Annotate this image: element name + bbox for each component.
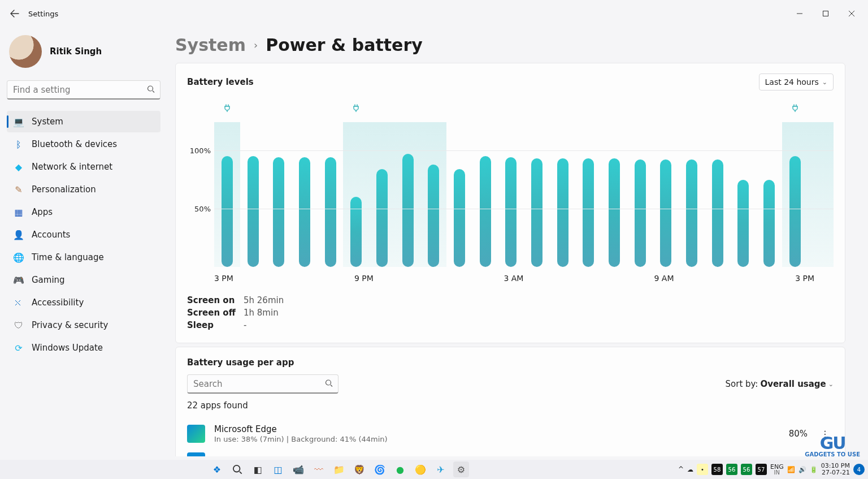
time-range-label: Last 24 hours <box>765 77 819 87</box>
screen-off-label: Screen off <box>187 308 241 318</box>
sidebar-item-gaming[interactable]: 🎮Gaming <box>7 269 160 291</box>
tray-chevron-icon[interactable]: ^ <box>678 465 684 473</box>
teams-icon[interactable]: 📹 <box>290 461 306 477</box>
chart-bar-slot <box>369 122 395 267</box>
app-icon <box>187 425 205 443</box>
close-button[interactable] <box>839 5 865 23</box>
back-button[interactable] <box>3 2 26 25</box>
chart-bar-slot <box>240 122 266 267</box>
main: System › Power & battery Battery levels … <box>167 27 868 456</box>
tray-chip[interactable]: 57 <box>756 464 767 475</box>
chart-bar <box>273 157 284 267</box>
telegram-icon[interactable]: ✈ <box>433 461 449 477</box>
battery-usage-card: Battery usage per app Sort by: Overall u… <box>175 347 845 456</box>
close-icon <box>848 10 855 17</box>
volume-icon[interactable]: 🔊 <box>798 466 806 473</box>
sort-dropdown[interactable]: Sort by: Overall usage ⌄ <box>726 379 834 389</box>
chart-bar-slot <box>318 122 344 267</box>
battery-levels-card: Battery levels Last 24 hours ⌄ 100%50% 3… <box>175 63 845 343</box>
breadcrumb-parent[interactable]: System <box>175 35 246 55</box>
settings-icon[interactable]: ⚙ <box>453 461 469 477</box>
app-list: Microsoft Edge In use: 38% (7min) | Back… <box>187 420 834 456</box>
plug-icon <box>792 104 798 114</box>
sleep-value: - <box>244 320 834 330</box>
nav-icon: ▦ <box>14 207 24 217</box>
spotify-icon[interactable]: ● <box>392 461 408 477</box>
plug-icon <box>224 104 231 114</box>
system-tray: ^ ☁ • 58 56 56 57 ENG IN 📶 🔊 🔋 03:10 PM … <box>678 463 868 476</box>
sidebar-item-personalization[interactable]: ✎Personalization <box>7 179 160 200</box>
chevron-right-icon: › <box>254 39 258 51</box>
sidebar-item-label: Windows Update <box>32 343 103 353</box>
sidebar-nav: 💻SystemᛒBluetooth & devices◆Network & in… <box>7 111 160 359</box>
sidebar-item-privacy-security[interactable]: 🛡Privacy & security <box>7 314 160 336</box>
notification-badge[interactable]: 4 <box>853 464 865 475</box>
minimize-icon <box>796 10 803 17</box>
chart-bar <box>222 156 233 267</box>
chart-bar <box>480 156 491 267</box>
sidebar-item-time-language[interactable]: 🌐Time & language <box>7 247 160 268</box>
user-row[interactable]: Ritik Singh <box>7 32 160 78</box>
app-icon[interactable]: 〰 <box>311 461 327 477</box>
sidebar-item-apps[interactable]: ▦Apps <box>7 201 160 223</box>
sidebar-item-windows-update[interactable]: ⟳Windows Update <box>7 337 160 359</box>
x-tick: 9 PM <box>354 274 374 283</box>
explorer-icon[interactable]: 📁 <box>331 461 347 477</box>
time-range-dropdown[interactable]: Last 24 hours ⌄ <box>759 74 834 90</box>
sidebar-item-network-internet[interactable]: ◆Network & internet <box>7 156 160 178</box>
language-indicator[interactable]: ENG IN <box>770 464 784 476</box>
onedrive-icon[interactable]: ☁ <box>687 466 693 473</box>
battery-icon[interactable]: 🔋 <box>810 466 818 473</box>
sidebar-item-accessibility[interactable]: ⛌Accessibility <box>7 292 160 313</box>
chrome-icon[interactable]: 🟡 <box>413 461 428 477</box>
chart-bar-slot <box>498 122 524 267</box>
app-row[interactable]: Microsoft Edge In use: 38% (7min) | Back… <box>187 420 834 448</box>
chart-bar <box>350 197 362 267</box>
sidebar-search-input[interactable] <box>7 80 160 100</box>
titlebar: Settings <box>0 0 868 27</box>
chart-y-axis: 100%50% <box>187 122 214 267</box>
sidebar-item-label: Network & internet <box>32 162 112 172</box>
start-button[interactable]: ❖ <box>209 461 225 477</box>
sidebar-item-label: Time & language <box>32 252 104 262</box>
chart-bar <box>299 157 310 267</box>
chart-bar <box>505 157 517 267</box>
chart-bar-slot <box>730 122 756 267</box>
sidebar-item-system[interactable]: 💻System <box>7 111 160 132</box>
taskbar-search-icon[interactable] <box>229 461 245 477</box>
chart-bar-slot <box>214 122 240 267</box>
edge-icon[interactable]: 🌀 <box>372 461 388 477</box>
sidebar-item-bluetooth-devices[interactable]: ᛒBluetooth & devices <box>7 133 160 155</box>
tray-chip[interactable]: 56 <box>726 464 737 475</box>
tray-chip[interactable]: • <box>697 464 708 475</box>
usage-search-input[interactable] <box>187 374 338 394</box>
widgets-icon[interactable]: ◫ <box>270 461 286 477</box>
tray-chip[interactable]: 56 <box>741 464 752 475</box>
screen-on-label: Screen on <box>187 295 241 305</box>
chevron-down-icon: ⌄ <box>822 79 827 86</box>
wifi-icon[interactable]: 📶 <box>787 466 795 473</box>
y-tick: 50% <box>194 205 211 213</box>
arrow-left-icon <box>10 9 19 18</box>
apps-found: 22 apps found <box>187 400 834 411</box>
sidebar-item-label: Accounts <box>32 230 70 240</box>
app-row[interactable]: System ⋮ <box>187 448 834 456</box>
sidebar-item-label: Personalization <box>32 184 96 195</box>
chart-bar <box>660 159 671 267</box>
sidebar-item-accounts[interactable]: 👤Accounts <box>7 224 160 245</box>
y-tick: 100% <box>190 146 211 155</box>
nav-icon: ⛌ <box>14 297 24 308</box>
usage-search <box>187 374 338 394</box>
chart-bar-slot <box>420 122 446 267</box>
brave-icon[interactable]: 🦁 <box>351 461 367 477</box>
taskbar: ❖ ◧ ◫ 📹 〰 📁 🦁 🌀 ● 🟡 ✈ ⚙ ^ ☁ • 58 56 56 5… <box>0 460 868 479</box>
battery-chart[interactable]: 100%50% <box>187 122 834 267</box>
chart-bar-slot <box>679 122 705 267</box>
tray-chip[interactable]: 58 <box>711 464 723 475</box>
task-view-icon[interactable]: ◧ <box>250 461 266 477</box>
clock[interactable]: 03:10 PM 27-07-21 <box>821 463 850 476</box>
maximize-button[interactable] <box>813 5 839 23</box>
minimize-button[interactable] <box>787 5 813 23</box>
x-tick: 3 PM <box>795 274 814 283</box>
nav-icon: ᛒ <box>14 139 24 149</box>
